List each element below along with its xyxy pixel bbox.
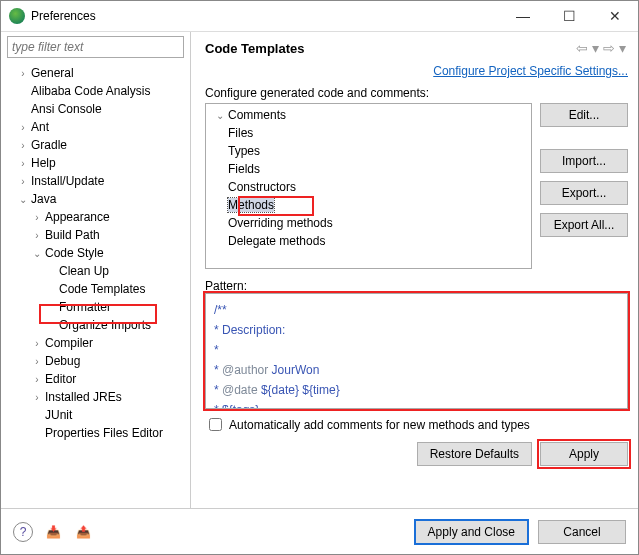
restore-defaults-button[interactable]: Restore Defaults: [417, 442, 532, 466]
tree-item-gradle[interactable]: ›Gradle: [3, 136, 190, 154]
tree-item-appearance[interactable]: ›Appearance: [3, 208, 190, 226]
templates-overriding[interactable]: Overriding methods: [206, 214, 531, 232]
back-icon[interactable]: ⇦: [574, 40, 590, 56]
tree-item-buildpath[interactable]: ›Build Path: [3, 226, 190, 244]
tree-item-installedjres[interactable]: ›Installed JREs: [3, 388, 190, 406]
pattern-label: Pattern:: [205, 279, 628, 293]
left-pane: ›General Alibaba Code Analysis Ansi Cons…: [1, 32, 191, 508]
prefs-tree[interactable]: ›General Alibaba Code Analysis Ansi Cons…: [1, 62, 190, 508]
maximize-button[interactable]: ☐: [546, 1, 592, 31]
pattern-textarea[interactable]: /** * Description: * * @author JourWon *…: [205, 293, 628, 409]
app-icon: [9, 8, 25, 24]
tree-label: Configure generated code and comments:: [205, 86, 628, 100]
templates-tree[interactable]: ⌄Comments Files Types Fields Constructor…: [205, 103, 532, 269]
templates-delegate[interactable]: Delegate methods: [206, 232, 531, 250]
tree-item-install[interactable]: ›Install/Update: [3, 172, 190, 190]
tree-item-organize[interactable]: Organize Imports: [3, 316, 190, 334]
templates-constructors[interactable]: Constructors: [206, 178, 531, 196]
titlebar[interactable]: Preferences — ☐ ✕: [1, 1, 638, 31]
templates-types[interactable]: Types: [206, 142, 531, 160]
right-pane: Code Templates ⇦ ▾ ⇨ ▾ Configure Project…: [191, 32, 638, 508]
templates-methods[interactable]: Methods: [206, 196, 531, 214]
tree-item-ansi[interactable]: Ansi Console: [3, 100, 190, 118]
tree-item-debug[interactable]: ›Debug: [3, 352, 190, 370]
templates-files[interactable]: Files: [206, 124, 531, 142]
tree-item-formatter[interactable]: Formatter: [3, 298, 190, 316]
auto-comments-checkbox[interactable]: [209, 418, 222, 431]
help-icon[interactable]: ?: [13, 522, 33, 542]
window-title: Preferences: [31, 9, 500, 23]
templates-fields[interactable]: Fields: [206, 160, 531, 178]
forward-menu-icon[interactable]: ▾: [617, 40, 628, 56]
apply-button[interactable]: Apply: [540, 442, 628, 466]
edit-button[interactable]: Edit...: [540, 103, 628, 127]
exportall-button[interactable]: Export All...: [540, 213, 628, 237]
filter-input[interactable]: [7, 36, 184, 58]
tree-item-general[interactable]: ›General: [3, 64, 190, 82]
tree-item-help[interactable]: ›Help: [3, 154, 190, 172]
tree-item-cleanup[interactable]: Clean Up: [3, 262, 190, 280]
configure-project-link[interactable]: Configure Project Specific Settings...: [433, 64, 628, 78]
page-heading: Code Templates: [205, 41, 574, 56]
tree-item-codestyle[interactable]: ⌄Code Style: [3, 244, 190, 262]
tree-item-compiler[interactable]: ›Compiler: [3, 334, 190, 352]
tree-item-codetemplates[interactable]: Code Templates: [3, 280, 190, 298]
export-button[interactable]: Export...: [540, 181, 628, 205]
import-button[interactable]: Import...: [540, 149, 628, 173]
auto-comments-label: Automatically add comments for new metho…: [229, 418, 530, 432]
tree-item-java[interactable]: ⌄Java: [3, 190, 190, 208]
templates-comments[interactable]: ⌄Comments: [206, 106, 531, 124]
tree-item-junit[interactable]: JUnit: [3, 406, 190, 424]
back-menu-icon[interactable]: ▾: [590, 40, 601, 56]
apply-and-close-button[interactable]: Apply and Close: [415, 520, 528, 544]
tree-item-propfiles[interactable]: Properties Files Editor: [3, 424, 190, 442]
forward-icon[interactable]: ⇨: [601, 40, 617, 56]
minimize-button[interactable]: —: [500, 1, 546, 31]
export-prefs-icon[interactable]: 📤: [73, 522, 93, 542]
tree-item-ant[interactable]: ›Ant: [3, 118, 190, 136]
cancel-button[interactable]: Cancel: [538, 520, 626, 544]
close-button[interactable]: ✕: [592, 1, 638, 31]
preferences-window: Preferences — ☐ ✕ ›General Alibaba Code …: [0, 0, 639, 555]
tree-item-alibaba[interactable]: Alibaba Code Analysis: [3, 82, 190, 100]
footer: ? 📥 📤 Apply and Close Cancel: [1, 508, 638, 554]
import-prefs-icon[interactable]: 📥: [43, 522, 63, 542]
tree-item-editor[interactable]: ›Editor: [3, 370, 190, 388]
